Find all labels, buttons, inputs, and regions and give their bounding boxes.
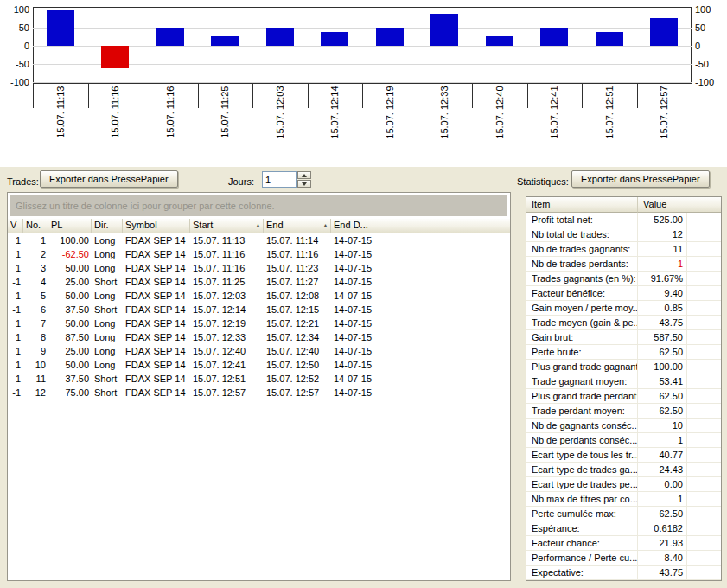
trade-cell-end: 15.07. 12:52 bbox=[264, 372, 331, 386]
stat-value: 0.85 bbox=[638, 301, 687, 315]
column-header-label: V bbox=[10, 220, 16, 230]
trade-row[interactable]: 1925.00LongFDAX SEP 1415.07. 12:4015.07.… bbox=[8, 344, 510, 358]
trade-cell-end: 15.07. 12:08 bbox=[264, 289, 331, 303]
stat-row-filler bbox=[687, 492, 721, 506]
column-header-start[interactable]: Start▲ bbox=[190, 219, 264, 233]
stat-item-label: Gain brut: bbox=[526, 330, 638, 344]
trade-row[interactable]: 1887.50LongFDAX SEP 1415.07. 12:3315.07.… bbox=[8, 330, 510, 344]
column-header-pl[interactable]: PL bbox=[48, 219, 92, 233]
stat-row[interactable]: Plus grand trade perdant:62.50 bbox=[526, 389, 721, 404]
chart-bar bbox=[596, 32, 623, 46]
stat-item-label: Nb de trades perdants: bbox=[526, 257, 638, 271]
column-header-symbol[interactable]: Symbol bbox=[123, 219, 190, 233]
chart-bar bbox=[430, 14, 458, 46]
column-header-value[interactable]: Value bbox=[638, 197, 721, 213]
chart-bar bbox=[156, 28, 184, 46]
trade-row[interactable]: -11137.50ShortFDAX SEP 1415.07. 12:5115.… bbox=[8, 372, 510, 386]
trade-cell-end_date: 14-07-15 bbox=[331, 233, 386, 247]
jours-input[interactable] bbox=[262, 171, 297, 188]
stat-value: 43.75 bbox=[638, 316, 687, 329]
trade-row[interactable]: 11100.00LongFDAX SEP 1415.07. 11:1315.07… bbox=[8, 233, 510, 247]
stat-row-filler bbox=[687, 213, 721, 227]
column-header-v[interactable]: V bbox=[8, 219, 23, 233]
trade-cell-start: 15.07. 12:03 bbox=[190, 289, 264, 303]
trade-cell-end_date: 14-07-15 bbox=[331, 372, 386, 386]
trade-row[interactable]: -1425.00ShortFDAX SEP 1415.07. 11:2515.0… bbox=[8, 275, 510, 289]
spin-up-button[interactable] bbox=[297, 171, 311, 179]
trade-cell-v: 1 bbox=[8, 330, 23, 344]
stat-item-label: Facteur chance: bbox=[526, 536, 638, 550]
chart-bar bbox=[321, 32, 348, 46]
export-stats-button[interactable]: Exporter dans PressePapier bbox=[571, 170, 710, 188]
stat-row[interactable]: Gain brut:587.50 bbox=[526, 330, 721, 345]
stat-row[interactable]: Espérance:0.6182 bbox=[526, 521, 721, 536]
trade-cell-no: 5 bbox=[23, 289, 48, 303]
trade-cell-pl: 50.00 bbox=[48, 316, 92, 330]
stat-row[interactable]: Ecart type de tous les tr...40.77 bbox=[526, 448, 721, 463]
stat-row[interactable]: Nb de gagnants conséc...10 bbox=[526, 419, 721, 433]
chart-gridline bbox=[33, 28, 692, 29]
stat-row-filler bbox=[687, 521, 721, 535]
stat-row[interactable]: Trades gagnants (en %):91.67% bbox=[526, 272, 721, 286]
export-trades-button[interactable]: Exporter dans PressePapier bbox=[40, 170, 178, 188]
stat-row[interactable]: Nb de trades perdants:1 bbox=[526, 257, 721, 272]
stat-value: 100.00 bbox=[638, 360, 687, 374]
stat-row[interactable]: Perte cumulée max:62.50 bbox=[526, 507, 721, 521]
stat-item-label: Nb de trades gagnants: bbox=[526, 242, 638, 256]
stat-row[interactable]: Trade perdant moyen:62.50 bbox=[526, 404, 721, 419]
trade-cell-dir: Long bbox=[92, 289, 123, 303]
trades-pl-bar-chart: 100100505000-50-50-100-10015.07. 11:1315… bbox=[0, 0, 727, 167]
trade-row[interactable]: 1750.00LongFDAX SEP 1415.07. 12:1915.07.… bbox=[8, 316, 510, 330]
stat-row[interactable]: Nb de trades gagnants:11 bbox=[526, 242, 721, 257]
stat-row[interactable]: Gain moyen / perte moy...0.85 bbox=[526, 301, 721, 316]
stat-row[interactable]: Trade gagnant moyen:53.41 bbox=[526, 374, 721, 389]
stat-row[interactable]: Facteur bénéfice:9.40 bbox=[526, 286, 721, 301]
trade-cell-symbol: FDAX SEP 14 bbox=[123, 344, 190, 358]
stat-row[interactable]: Trade moyen (gain & pe...43.75 bbox=[526, 316, 721, 330]
stat-value: 62.50 bbox=[638, 345, 687, 359]
stat-row[interactable]: Facteur chance:21.93 bbox=[526, 536, 721, 551]
trade-cell-end: 15.07. 12:15 bbox=[264, 303, 331, 316]
stat-row[interactable]: Performance / Perte cu...8.40 bbox=[526, 551, 721, 566]
y-axis-tick-label: -100 bbox=[2, 77, 29, 88]
stat-row[interactable]: Nb total de trades:12 bbox=[526, 227, 721, 242]
trade-cell-start: 15.07. 12:40 bbox=[190, 344, 264, 358]
group-by-panel[interactable]: Glissez un titre de colonne ici pour gro… bbox=[10, 195, 507, 216]
stat-row[interactable]: Perte brute:62.50 bbox=[526, 345, 721, 360]
spin-down-button[interactable] bbox=[297, 180, 311, 188]
trade-cell-pl: 100.00 bbox=[48, 233, 92, 247]
stat-row[interactable]: Nb max de titres par co...1 bbox=[526, 492, 721, 507]
trade-cell-start: 15.07. 12:14 bbox=[190, 303, 264, 316]
column-header-label: Start bbox=[193, 220, 213, 230]
trade-row[interactable]: 1550.00LongFDAX SEP 1415.07. 12:0315.07.… bbox=[8, 289, 510, 303]
stat-row[interactable]: Ecart type de trades ga...24.43 bbox=[526, 463, 721, 477]
stat-row[interactable]: Nb de perdants conséc...1 bbox=[526, 433, 721, 448]
x-axis-tick-label: 15.07. 12:03 bbox=[274, 86, 285, 142]
stat-value: 53.41 bbox=[638, 374, 687, 388]
trade-row[interactable]: -1637.50ShortFDAX SEP 1415.07. 12:1415.0… bbox=[8, 303, 510, 316]
stat-row[interactable]: Profit total net:525.00 bbox=[526, 213, 721, 227]
x-axis-tick bbox=[692, 84, 692, 108]
stat-row[interactable]: Expectative:43.75 bbox=[526, 566, 721, 580]
x-axis-tick bbox=[143, 84, 143, 108]
column-header-dir[interactable]: Dir. bbox=[92, 219, 123, 233]
column-header-item[interactable]: Item bbox=[526, 197, 638, 213]
trade-cell-pl: 87.50 bbox=[48, 330, 92, 344]
x-axis-tick bbox=[252, 84, 253, 108]
x-axis-tick-label: 15.07. 11:25 bbox=[220, 86, 231, 142]
stat-row[interactable]: Plus grand trade gagnant:100.00 bbox=[526, 360, 721, 374]
column-header-end[interactable]: End▲ bbox=[264, 219, 331, 233]
trade-row[interactable]: 12-62.50LongFDAX SEP 1415.07. 11:1615.07… bbox=[8, 247, 510, 261]
trade-row[interactable]: 11050.00LongFDAX SEP 1415.07. 12:4115.07… bbox=[8, 358, 510, 372]
column-header-end_date[interactable]: End D... bbox=[331, 219, 386, 233]
trades-header-row: VNo.PLDir.SymbolStart▲End▲End D... bbox=[8, 219, 510, 233]
column-header-no[interactable]: No. bbox=[23, 219, 48, 233]
trade-cell-pl: 37.50 bbox=[48, 303, 92, 316]
x-axis-tick bbox=[198, 84, 199, 108]
trade-cell-no: 10 bbox=[23, 358, 48, 372]
stat-value: 62.50 bbox=[638, 389, 687, 403]
trade-row[interactable]: -11275.00ShortFDAX SEP 1415.07. 12:5715.… bbox=[8, 386, 510, 399]
trade-cell-end: 15.07. 12:50 bbox=[264, 358, 331, 372]
trade-row[interactable]: 1350.00LongFDAX SEP 1415.07. 11:1615.07.… bbox=[8, 261, 510, 275]
stat-row[interactable]: Ecart type de trades pe...0.00 bbox=[526, 477, 721, 492]
